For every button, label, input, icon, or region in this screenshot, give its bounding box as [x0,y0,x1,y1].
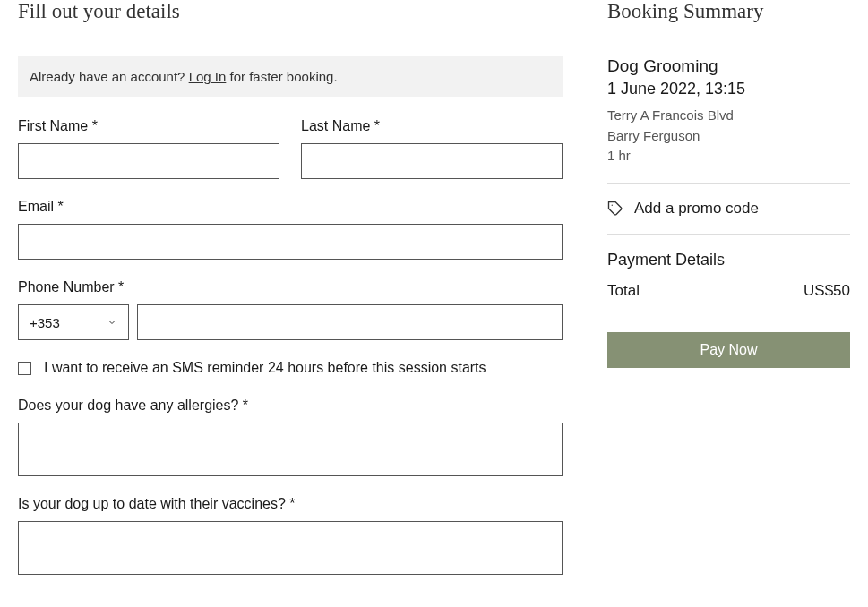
promo-code-link[interactable]: Add a promo code [607,200,850,218]
payment-details-title: Payment Details [607,251,850,269]
last-name-input[interactable] [301,143,563,179]
pay-now-button[interactable]: Pay Now [607,332,850,368]
last-name-label: Last Name * [301,118,563,134]
phone-code-value: +353 [30,315,60,330]
sms-reminder-checkbox[interactable] [18,362,31,375]
first-name-input[interactable] [18,143,279,179]
form-title: Fill out your details [18,0,563,38]
vaccines-input[interactable] [18,521,563,575]
login-banner: Already have an account? Log In for fast… [18,56,563,97]
summary-title: Booking Summary [607,0,850,38]
phone-code-select[interactable]: +353 [18,304,129,340]
booking-duration: 1 hr [607,146,850,167]
login-prompt-text: Already have an account? [30,69,189,84]
booking-staff: Barry Ferguson [607,126,850,147]
phone-number-input[interactable] [137,304,563,340]
booking-datetime: 1 June 2022, 13:15 [607,80,850,98]
booking-location: Terry A Francois Blvd [607,106,850,126]
total-label: Total [607,282,640,300]
first-name-label: First Name * [18,118,279,134]
allergies-label: Does your dog have any allergies? * [18,398,563,414]
login-suffix-text: for faster booking. [226,69,337,84]
allergies-input[interactable] [18,423,563,476]
chevron-down-icon [107,317,117,328]
tag-icon [607,201,623,217]
email-input[interactable] [18,224,563,260]
phone-label: Phone Number * [18,279,563,295]
promo-code-label: Add a promo code [634,200,759,218]
total-amount: US$50 [804,282,850,300]
booking-service: Dog Grooming [607,56,850,76]
sms-reminder-label: I want to receive an SMS reminder 24 hou… [44,360,486,376]
login-link[interactable]: Log In [189,69,227,84]
email-label: Email * [18,199,563,215]
vaccines-label: Is your dog up to date with their vaccin… [18,496,563,512]
